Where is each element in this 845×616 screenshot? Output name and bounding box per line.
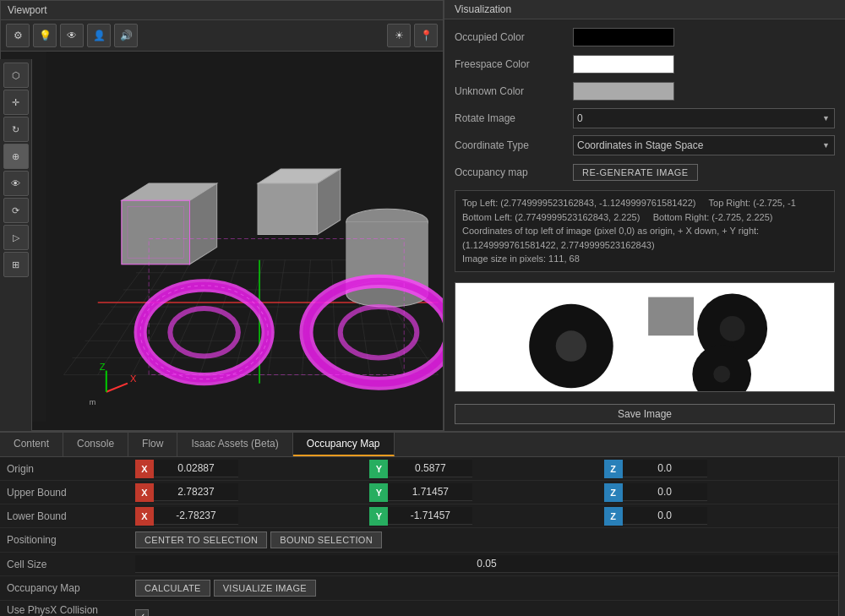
viz-image-container (455, 282, 835, 393)
rotate-image-select[interactable]: 0 90 180 270 (573, 108, 835, 128)
tool7[interactable]: ⊞ (3, 252, 29, 277)
coordinate-type-select-wrapper: Coordinates in Stage Space World Coordin… (573, 135, 835, 155)
lower-x-input[interactable] (154, 507, 238, 525)
lower-y-input[interactable] (388, 507, 472, 525)
regen-button[interactable]: RE-GENERATE IMAGE (573, 164, 698, 181)
scale-tool[interactable]: ⊕ (3, 144, 29, 169)
coordinate-type-row: Coordinate Type Coordinates in Stage Spa… (455, 134, 835, 156)
calculate-button[interactable]: CALCULATE (135, 580, 210, 597)
rotate-tool[interactable]: ↻ (3, 117, 29, 142)
svg-rect-50 (648, 297, 694, 335)
tab-flow[interactable]: Flow (128, 433, 177, 456)
bottom-tabs: Content Console Flow Isaac Assets (Beta)… (0, 433, 845, 457)
svg-point-52 (720, 315, 745, 341)
upper-bound-label: Upper Bound (0, 483, 135, 502)
occupied-color-label: Occupied Color (455, 31, 573, 43)
lower-y-badge: Y (369, 507, 388, 526)
visualization-panel: Visualization Occupied Color Freespace C… (444, 0, 845, 431)
occupied-color-row: Occupied Color (455, 26, 835, 48)
origin-x-input[interactable] (154, 460, 238, 477)
coordinate-type-select[interactable]: Coordinates in Stage Space World Coordin… (573, 135, 835, 155)
lower-bound-row: Lower Bound X Y Z (0, 504, 838, 528)
unknown-color-row: Unknown Color (455, 80, 835, 102)
move-tool[interactable]: ✛ (3, 90, 29, 115)
unknown-color-label: Unknown Color (455, 85, 573, 97)
upper-x-badge: X (135, 483, 154, 502)
visualize-image-button[interactable]: VISUALIZE IMAGE (214, 580, 316, 597)
cell-size-label: Cell Size (0, 555, 135, 574)
upper-y-badge: Y (369, 483, 388, 502)
lower-x-badge: X (135, 507, 154, 526)
upper-x-input[interactable] (154, 483, 238, 501)
rotate-image-select-wrapper: 0 90 180 270 (573, 108, 835, 128)
viewport-container: Viewport ⚙ 💡 👁 👤 🔊 ☀ 📍 (0, 0, 444, 431)
positioning-values: CENTER TO SELECTION BOUND SELECTION (135, 528, 838, 552)
select-tool[interactable]: ⬡ (3, 63, 29, 88)
light-btn[interactable]: 💡 (33, 24, 57, 47)
upper-z-badge: Z (604, 483, 623, 502)
save-image-button[interactable]: Save Image (455, 404, 835, 424)
lower-z-input[interactable] (623, 507, 707, 525)
origin-x-group: X (135, 460, 369, 478)
viewport-title: Viewport (8, 4, 46, 16)
origin-row: Origin X Y Z (0, 457, 838, 481)
lower-z-badge: Z (604, 507, 623, 526)
sun-btn[interactable]: ☀ (387, 24, 411, 47)
settings-btn[interactable]: ⚙ (6, 24, 30, 47)
bound-selection-button[interactable]: BOUND SELECTION (270, 532, 382, 548)
origin-y-input[interactable] (388, 460, 472, 477)
upper-z-input[interactable] (623, 483, 707, 501)
origin-x-badge: X (135, 460, 154, 478)
svg-rect-26 (258, 183, 317, 234)
viz-title: Visualization (455, 3, 511, 15)
viz-content: Occupied Color Freespace Color Unknown C… (444, 19, 845, 431)
occupancy-map-svg (455, 283, 834, 392)
svg-text:Z: Z (100, 362, 106, 372)
cell-size-input[interactable] (135, 555, 838, 573)
origin-z-input[interactable] (623, 460, 707, 477)
positioning-label: Positioning (0, 531, 135, 549)
occupancy-map-buttons-row: Occupancy Map CALCULATE VISUALIZE IMAGE (0, 576, 838, 601)
viewport-canvas: X Z m (1, 52, 443, 422)
use-physx-row: Use PhysX Collision Geometry ✓ (0, 601, 838, 616)
unknown-color-swatch[interactable] (573, 82, 674, 101)
occupancy-map-buttons: CALCULATE VISUALIZE IMAGE (135, 576, 838, 600)
camera-btn[interactable]: 👁 (60, 24, 84, 47)
tab-isaac-assets[interactable]: Isaac Assets (Beta) (177, 433, 292, 456)
rotate-image-row: Rotate Image 0 90 180 270 (455, 107, 835, 129)
occupied-color-swatch[interactable] (573, 28, 674, 46)
origin-z-badge: Z (604, 460, 623, 478)
use-physx-values: ✓ (135, 606, 838, 616)
right-resize-handle[interactable] (838, 457, 845, 616)
upper-bound-values: X Y Z (135, 483, 838, 502)
tab-occupancy-map[interactable]: Occupancy Map (293, 433, 395, 456)
eye-tool[interactable]: 👁 (3, 171, 29, 196)
tool5[interactable]: ⟳ (3, 198, 29, 223)
occupancy-map-row: Occupancy map RE-GENERATE IMAGE (455, 161, 835, 183)
use-physx-checkbox[interactable]: ✓ (135, 609, 149, 616)
lower-bound-values: X Y Z (135, 507, 838, 526)
tab-content[interactable]: Content (0, 433, 63, 456)
svg-rect-23 (122, 200, 190, 264)
viewport-titlebar: Viewport (1, 1, 443, 20)
cell-size-values (135, 555, 838, 573)
center-to-selection-button[interactable]: CENTER TO SELECTION (135, 532, 267, 548)
tab-console[interactable]: Console (63, 433, 128, 456)
upper-y-input[interactable] (388, 483, 472, 501)
freespace-color-label: Freespace Color (455, 58, 573, 70)
avatar-btn[interactable]: 👤 (87, 24, 111, 47)
origin-z-group: Z (604, 460, 838, 478)
pin-btn[interactable]: 📍 (414, 24, 438, 47)
freespace-color-swatch[interactable] (573, 55, 674, 74)
svg-point-49 (556, 330, 586, 361)
tool6[interactable]: ▷ (3, 225, 29, 250)
lower-bound-label: Lower Bound (0, 507, 135, 526)
upper-bound-row: Upper Bound X Y Z (0, 481, 838, 504)
use-physx-label: Use PhysX Collision Geometry (0, 601, 135, 616)
audio-btn[interactable]: 🔊 (114, 24, 138, 47)
cell-size-row: Cell Size (0, 553, 838, 576)
rotate-image-label: Rotate Image (455, 112, 573, 124)
bottom-panel: Content Console Flow Isaac Assets (Beta)… (0, 431, 845, 616)
origin-y-badge: Y (369, 460, 388, 478)
info-text: Top Left: (2.7749999523162843, -1.124999… (462, 198, 796, 264)
